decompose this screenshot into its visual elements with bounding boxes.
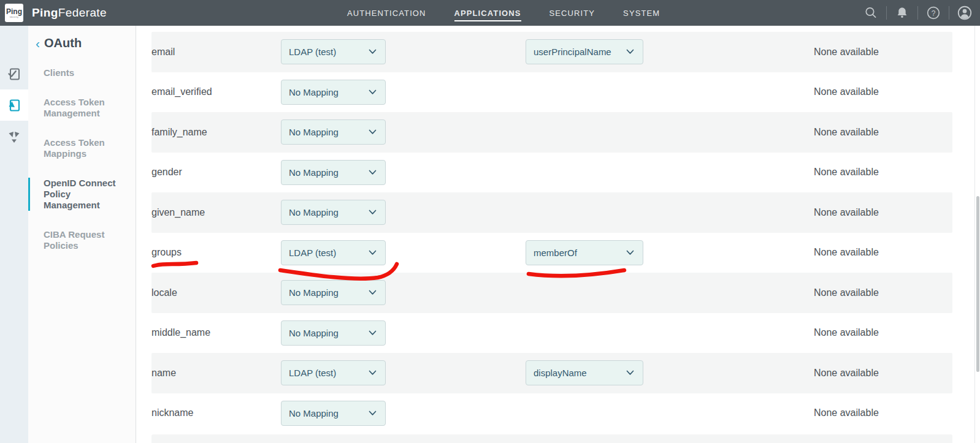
attribute-label: groups	[151, 247, 182, 258]
availability-text: None available	[814, 287, 879, 298]
nav-tab-security[interactable]: SECURITY	[549, 9, 595, 18]
chevron-down-icon	[369, 330, 377, 336]
availability-text: None available	[814, 247, 879, 258]
source-dropdown-groups[interactable]: LDAP (test)	[281, 240, 386, 265]
source-dropdown-middle_name[interactable]: No Mapping	[281, 320, 386, 346]
source-dropdown-locale[interactable]: No Mapping	[281, 280, 386, 305]
value-dropdown-value: userPrincipalName	[534, 47, 611, 57]
attribute-label: name	[151, 368, 176, 379]
mapping-row-locale: localeNo MappingNone available	[151, 273, 952, 313]
header-divider	[949, 6, 949, 20]
mapping-row-family_name: family_nameNo MappingNone available	[151, 112, 952, 153]
attribute-label: locale	[151, 287, 177, 298]
chevron-down-icon	[369, 89, 377, 95]
attribute-label: given_name	[151, 207, 205, 218]
availability-text: None available	[814, 368, 879, 379]
availability-text: None available	[814, 167, 879, 178]
chevron-down-icon	[369, 129, 377, 135]
source-dropdown-email[interactable]: LDAP (test)	[281, 39, 386, 64]
mapping-row-email: emailLDAP (test)userPrincipalNameNone av…	[151, 32, 952, 72]
mapping-row-nickname: nicknameNo MappingNone available	[151, 393, 952, 434]
chevron-down-icon	[369, 170, 377, 175]
ping-identity-logo[interactable]: Ping Identity	[5, 4, 23, 22]
main-nav: AUTHENTICATIONAPPLICATIONSSECURITYSYSTEM	[347, 0, 660, 26]
sidebar-item-openid-connect-policy-management[interactable]: OpenID Connect Policy Management	[28, 178, 136, 211]
access-token-icon[interactable]	[0, 89, 28, 121]
nav-tab-authentication[interactable]: AUTHENTICATION	[347, 9, 426, 18]
source-dropdown-email_verified[interactable]: No Mapping	[281, 80, 386, 105]
chevron-down-icon	[369, 210, 377, 215]
value-dropdown-value: displayName	[534, 368, 587, 378]
mapping-row-gender: genderNo MappingNone available	[151, 153, 952, 193]
notifications-bell-icon[interactable]	[894, 5, 910, 21]
sidebar-item-ciba-request-policies[interactable]: CIBA Request Policies	[28, 229, 136, 251]
chevron-down-icon	[369, 411, 377, 416]
sidebar-item-access-token-mappings[interactable]: Access Token Mappings	[28, 137, 136, 159]
header-actions: ?	[863, 5, 980, 21]
logo-subtext: Identity	[10, 15, 19, 18]
chevron-down-icon	[626, 49, 634, 55]
nav-tab-applications[interactable]: APPLICATIONS	[454, 9, 521, 18]
availability-text: None available	[814, 407, 879, 418]
chevron-down-icon	[369, 370, 377, 376]
svg-text:?: ?	[932, 9, 936, 18]
attribute-label: nickname	[151, 407, 193, 418]
mapping-row-email_verified: email_verifiedNo MappingNone available	[151, 72, 952, 113]
header-divider	[886, 6, 887, 20]
attribute-label: gender	[151, 167, 182, 178]
availability-text: None available	[814, 86, 879, 97]
sidebar-item-clients[interactable]: Clients	[28, 67, 136, 78]
chevron-down-icon	[626, 250, 634, 256]
chevron-down-icon	[626, 370, 634, 376]
attribute-label: email_verified	[151, 86, 212, 97]
attribute-label: middle_name	[151, 327, 210, 338]
value-dropdown-groups[interactable]: memberOf	[526, 240, 643, 265]
source-dropdown-nickname[interactable]: No Mapping	[281, 401, 386, 426]
source-dropdown-gender[interactable]: No Mapping	[281, 160, 386, 185]
mapping-row-name: nameLDAP (test)displayNameNone available	[151, 353, 952, 393]
app-header: Ping Identity PingFederate AUTHENTICATIO…	[0, 0, 980, 26]
source-dropdown-value: LDAP (test)	[289, 47, 336, 57]
nav-tab-system[interactable]: SYSTEM	[623, 9, 660, 18]
availability-text: None available	[814, 207, 879, 218]
policy-trefoil-icon[interactable]	[0, 121, 28, 152]
source-dropdown-value: No Mapping	[289, 287, 339, 298]
attribute-label: email	[151, 47, 175, 58]
search-icon[interactable]	[863, 5, 879, 21]
value-dropdown-value: memberOf	[534, 248, 577, 258]
mapping-row-given_name: given_nameNo MappingNone available	[151, 192, 952, 233]
scrollbar-track[interactable]	[974, 26, 980, 443]
source-dropdown-value: No Mapping	[289, 167, 339, 178]
chevron-down-icon	[369, 250, 377, 256]
sidebar-oauth: ‹ OAuth ClientsAccess Token ManagementAc…	[28, 26, 136, 443]
source-dropdown-value: LDAP (test)	[289, 368, 336, 378]
value-dropdown-name[interactable]: displayName	[526, 360, 643, 385]
availability-text: None available	[814, 47, 879, 58]
mapping-row-groups: groupsLDAP (test)memberOfNone available	[151, 233, 952, 273]
source-dropdown-value: No Mapping	[289, 207, 339, 218]
chevron-left-icon: ‹	[36, 37, 40, 50]
oauth-back-link[interactable]: ‹ OAuth	[36, 36, 136, 50]
sidebar-item-access-token-management[interactable]: Access Token Management	[28, 97, 136, 119]
source-dropdown-name[interactable]: LDAP (test)	[281, 360, 386, 385]
chevron-down-icon	[369, 49, 377, 55]
source-dropdown-value: No Mapping	[289, 328, 339, 338]
help-icon[interactable]: ?	[925, 5, 941, 21]
logo-text: Ping	[6, 8, 22, 15]
mapping-row-middle_name: middle_nameNo MappingNone available	[151, 313, 952, 354]
scrollbar-thumb[interactable]	[976, 196, 979, 372]
icon-rail	[0, 26, 28, 443]
availability-text: None available	[814, 327, 879, 338]
source-dropdown-value: LDAP (test)	[289, 248, 336, 258]
clients-check-icon[interactable]	[0, 58, 28, 89]
source-dropdown-value: No Mapping	[289, 87, 339, 97]
availability-text: None available	[814, 127, 879, 138]
attribute-mapping-table: emailLDAP (test)userPrincipalNameNone av…	[151, 32, 952, 443]
source-dropdown-value: No Mapping	[289, 408, 339, 418]
app-title: PingFederate	[32, 6, 107, 20]
source-dropdown-given_name[interactable]: No Mapping	[281, 200, 386, 225]
account-avatar-icon[interactable]	[957, 5, 973, 21]
value-dropdown-email[interactable]: userPrincipalName	[526, 39, 643, 64]
source-dropdown-family_name[interactable]: No Mapping	[281, 119, 386, 145]
source-dropdown-value: No Mapping	[289, 127, 339, 137]
